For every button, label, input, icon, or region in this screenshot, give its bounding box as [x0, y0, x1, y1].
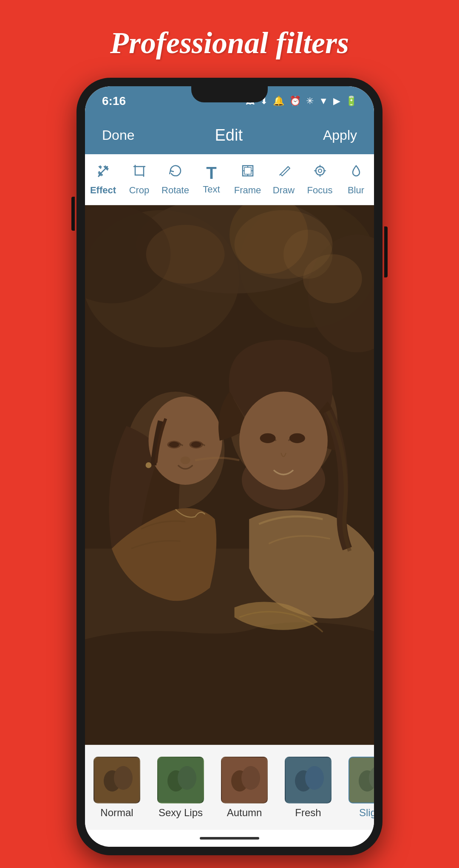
done-button[interactable]: Done [102, 127, 135, 143]
blur-label: Blur [348, 185, 364, 196]
wifi-icon: ▼ [319, 96, 328, 107]
home-bar [200, 837, 259, 840]
status-bar: 6:16 🖼 ⬇ 🔔 ⏰ ✳ ▼ ▶ 🔋 [85, 86, 374, 116]
crop-label: Crop [129, 185, 150, 196]
svg-rect-43 [85, 205, 374, 745]
svg-point-11 [316, 167, 324, 175]
svg-line-10 [286, 167, 288, 168]
draw-icon [276, 163, 292, 182]
rotate-label: Rotate [162, 185, 189, 196]
svg-point-49 [178, 766, 196, 790]
tool-draw[interactable]: Draw [267, 163, 301, 196]
home-indicator [85, 830, 374, 847]
filter-fresh[interactable]: Fresh [276, 757, 340, 819]
tool-rotate[interactable]: Rotate [159, 163, 193, 196]
filter-thumb-sexylips [157, 757, 204, 803]
filter-label-autumn: Autumn [227, 807, 262, 819]
page-title: Professional filters [110, 25, 349, 61]
crop-icon [132, 163, 147, 182]
edit-title: Edit [215, 126, 242, 144]
status-time: 6:16 [102, 94, 126, 108]
text-icon: T [206, 164, 216, 181]
photo-area [85, 205, 374, 745]
tool-crop[interactable]: Crop [122, 163, 156, 196]
phone-screen: 6:16 🖼 ⬇ 🔔 ⏰ ✳ ▼ ▶ 🔋 Done Edit Apply [85, 86, 374, 847]
battery-icon: 🔋 [346, 96, 357, 107]
tool-focus[interactable]: Focus [303, 163, 337, 196]
tool-effect[interactable]: Effect [86, 163, 120, 196]
filter-label-sexylips: Sexy Lips [159, 807, 203, 819]
header-bar: Done Edit Apply [85, 116, 374, 154]
filter-label-slight: Slight [359, 807, 374, 819]
filter-thumb-fresh [285, 757, 332, 803]
svg-point-46 [114, 766, 133, 790]
filter-thumb-normal [94, 757, 140, 803]
svg-point-12 [318, 169, 322, 172]
rotate-icon [168, 163, 183, 182]
tool-blur[interactable]: Blur [339, 163, 373, 196]
notch [191, 86, 268, 102]
alarm-icon: ⏰ [289, 96, 301, 107]
filter-sexylips[interactable]: Sexy Lips [149, 757, 212, 819]
effect-icon [96, 163, 111, 182]
draw-label: Draw [273, 185, 295, 196]
blur-icon [348, 163, 364, 182]
filter-strip: Normal Sexy Lips [85, 745, 374, 830]
notification-icon: 🔔 [273, 96, 284, 107]
filter-label-normal: Normal [100, 807, 133, 819]
filter-label-fresh: Fresh [295, 807, 321, 819]
svg-point-52 [241, 766, 260, 790]
edit-toolbar: Effect Crop [85, 154, 374, 205]
svg-point-55 [305, 766, 324, 790]
filter-thumb-slight [348, 757, 374, 803]
filter-normal[interactable]: Normal [85, 757, 149, 819]
bluetooth-icon: ✳ [306, 96, 314, 107]
frame-icon [240, 163, 255, 182]
phone-device: 6:16 🖼 ⬇ 🔔 ⏰ ✳ ▼ ▶ 🔋 Done Edit Apply [76, 78, 382, 855]
svg-rect-9 [244, 167, 251, 174]
filter-slight[interactable]: Slight [340, 757, 374, 819]
filter-autumn[interactable]: Autumn [212, 757, 276, 819]
frame-label: Frame [234, 185, 261, 196]
focus-icon [312, 163, 328, 182]
filter-thumb-autumn [221, 757, 268, 803]
svg-rect-3 [135, 167, 144, 175]
effect-label: Effect [90, 185, 116, 196]
tool-frame[interactable]: Frame [231, 163, 265, 196]
text-label: Text [203, 184, 220, 195]
signal-icon: ▶ [333, 96, 340, 107]
focus-label: Focus [307, 185, 333, 196]
apply-button[interactable]: Apply [323, 127, 357, 143]
tool-text[interactable]: T Text [195, 164, 229, 195]
